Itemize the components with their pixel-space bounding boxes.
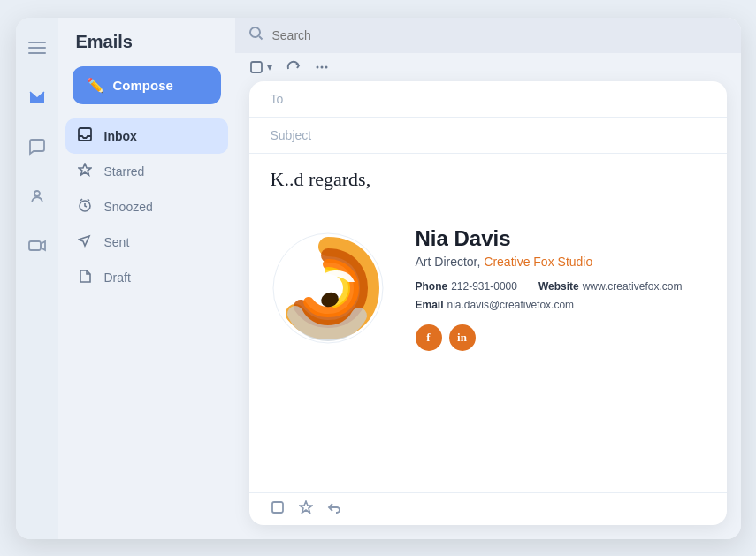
checkbox-icon[interactable] bbox=[271, 500, 285, 518]
signature-handwriting: K..d regards, bbox=[271, 168, 706, 191]
chat-icon[interactable] bbox=[21, 131, 53, 163]
sig-title-text: Art Director, bbox=[416, 255, 481, 269]
email-label: Email bbox=[416, 299, 444, 311]
inbox-icon bbox=[76, 127, 94, 145]
compose-bottom-toolbar bbox=[249, 492, 727, 525]
sidebar: Emails ✏️ Compose Inbox Starred bbox=[58, 18, 235, 539]
sidebar-nav: Inbox Starred Snoozed Sent bbox=[58, 118, 235, 295]
starred-label: Starred bbox=[104, 164, 145, 179]
compose-area: To Subject K..d regards, bbox=[249, 81, 727, 525]
draft-label: Draft bbox=[104, 270, 131, 285]
refresh-button[interactable] bbox=[286, 60, 301, 74]
company-logo bbox=[271, 231, 386, 346]
search-icon bbox=[249, 27, 263, 44]
website-label: Website bbox=[538, 280, 579, 293]
sidebar-item-draft[interactable]: Draft bbox=[65, 260, 228, 295]
search-input[interactable] bbox=[272, 28, 727, 42]
email-icon[interactable] bbox=[21, 81, 53, 113]
subject-input[interactable] bbox=[324, 128, 706, 142]
to-field-row: To bbox=[249, 81, 727, 118]
sidebar-item-snoozed[interactable]: Snoozed bbox=[65, 189, 228, 225]
main-content: ▾ To Subject K..d regards, bbox=[235, 18, 741, 539]
svg-rect-1 bbox=[28, 47, 46, 49]
sig-name: Nia Davis bbox=[416, 226, 683, 251]
phone-value: 212-931-0000 bbox=[451, 280, 517, 293]
svg-point-9 bbox=[316, 65, 318, 68]
app-title: Emails bbox=[58, 32, 235, 66]
send-icon bbox=[76, 233, 94, 251]
website-value: www.creativefox.com bbox=[583, 280, 683, 293]
svg-rect-2 bbox=[28, 52, 46, 54]
compose-body[interactable]: K..d regards, bbox=[249, 154, 727, 492]
svg-point-11 bbox=[325, 65, 327, 68]
sidebar-item-sent[interactable]: Sent bbox=[65, 225, 228, 260]
toolbar: ▾ bbox=[235, 53, 741, 81]
to-label: To bbox=[271, 92, 324, 106]
facebook-button[interactable]: f bbox=[416, 324, 442, 351]
signature-info: Nia Davis Art Director, Creative Fox Stu… bbox=[407, 226, 683, 351]
to-input[interactable] bbox=[324, 92, 706, 106]
compose-icon: ✏️ bbox=[87, 77, 104, 94]
select-button[interactable]: ▾ bbox=[249, 60, 272, 74]
search-bar bbox=[235, 18, 741, 53]
svg-rect-4 bbox=[29, 241, 41, 250]
sent-label: Sent bbox=[104, 235, 130, 249]
snoozed-label: Snoozed bbox=[104, 200, 153, 214]
svg-point-10 bbox=[320, 65, 323, 68]
subject-label: Subject bbox=[271, 128, 324, 142]
video-icon[interactable] bbox=[21, 230, 53, 262]
compose-button[interactable]: ✏️ Compose bbox=[73, 66, 221, 104]
star-icon bbox=[76, 163, 94, 180]
sig-title: Art Director, Creative Fox Studio bbox=[416, 255, 683, 269]
sig-company: Creative Fox Studio bbox=[484, 255, 592, 269]
sidebar-item-inbox[interactable]: Inbox bbox=[65, 118, 228, 154]
contacts-icon[interactable] bbox=[21, 180, 53, 212]
clock-icon bbox=[76, 198, 94, 216]
inbox-label: Inbox bbox=[104, 129, 137, 143]
linkedin-button[interactable]: in bbox=[449, 324, 476, 351]
draft-icon bbox=[76, 269, 94, 286]
svg-rect-14 bbox=[272, 502, 283, 513]
email-value: nia.davis@creativefox.com bbox=[447, 299, 575, 311]
subject-field-row: Subject bbox=[249, 118, 727, 154]
svg-point-7 bbox=[250, 27, 260, 37]
icon-bar bbox=[16, 18, 58, 539]
menu-icon[interactable] bbox=[21, 32, 53, 64]
svg-rect-0 bbox=[28, 42, 46, 43]
reply-icon[interactable] bbox=[327, 500, 341, 518]
compose-label: Compose bbox=[113, 78, 173, 93]
phone-label: Phone bbox=[416, 280, 448, 293]
sig-socials: f in bbox=[416, 324, 683, 351]
more-button[interactable] bbox=[315, 60, 329, 74]
star-bottom-icon[interactable] bbox=[299, 500, 313, 518]
signature-card: Nia Davis Art Director, Creative Fox Stu… bbox=[271, 209, 706, 369]
svg-point-3 bbox=[34, 191, 40, 196]
sig-contact: Phone212-931-0000 Websitewww.creativefox… bbox=[416, 278, 683, 316]
sidebar-item-starred[interactable]: Starred bbox=[65, 154, 228, 189]
select-chevron-icon: ▾ bbox=[267, 61, 272, 73]
svg-rect-8 bbox=[251, 62, 262, 72]
